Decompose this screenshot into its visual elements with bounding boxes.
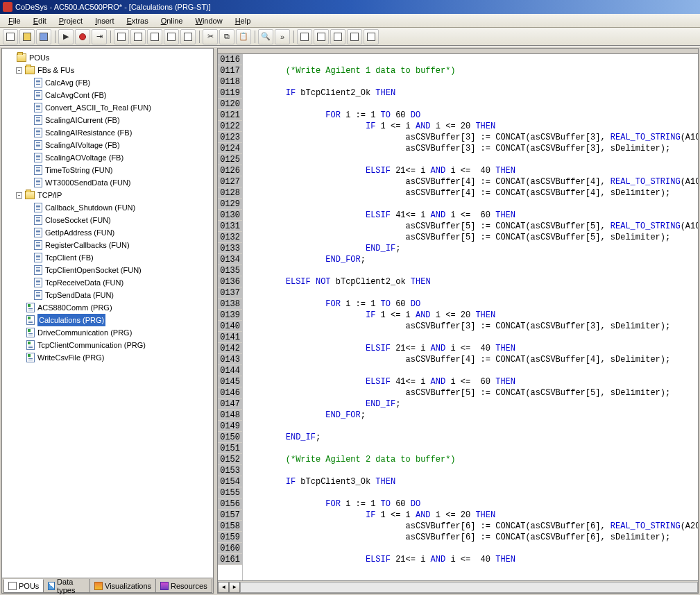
tree-item-scalingairesistance[interactable]: ScalingAIResistance (FB) bbox=[3, 126, 212, 139]
code-line[interactable]: FOR i := 1 TO 60 DO bbox=[246, 299, 695, 310]
tree-item-tcpclientopensocket[interactable]: TcpClientOpenSocket (FUN) bbox=[3, 264, 212, 276]
code-line[interactable] bbox=[246, 154, 695, 165]
code-line[interactable] bbox=[246, 287, 695, 299]
code-line[interactable] bbox=[246, 76, 695, 87]
toolbar-run-button[interactable]: ▶ bbox=[58, 29, 74, 44]
code-line[interactable]: END_FOR; bbox=[246, 410, 695, 421]
code-line[interactable]: IF 1 <= i AND i <= 20 THEN bbox=[246, 310, 695, 321]
code-line[interactable] bbox=[246, 199, 695, 210]
code-line[interactable]: ELSIF 41<= i AND i <= 60 THEN bbox=[246, 210, 695, 221]
code-line[interactable]: ELSIF NOT bTcpClient2_ok THEN bbox=[246, 276, 695, 287]
code-line[interactable]: asCSVBuffer[6] := CONCAT(asCSVBuffer[6],… bbox=[246, 521, 695, 532]
tree-item-tcpsenddata[interactable]: TcpSendData (FUN) bbox=[3, 289, 212, 301]
code-line[interactable]: END_IF; bbox=[246, 243, 695, 254]
menu-window[interactable]: Window bbox=[190, 15, 228, 26]
code-line[interactable]: (*Write Agilent 1 data to buffer*) bbox=[246, 65, 695, 76]
code-line[interactable]: FOR i := 1 TO 60 DO bbox=[246, 110, 695, 121]
toolbar-new-button[interactable] bbox=[3, 29, 18, 44]
code-line[interactable] bbox=[246, 543, 695, 554]
tree-item-timetostring[interactable]: TimeToString (FUN) bbox=[3, 164, 212, 176]
tree-root[interactable]: POUs bbox=[3, 51, 212, 64]
toolbar-btn-2[interactable] bbox=[130, 29, 146, 44]
toolbar-step-button[interactable]: ⇥ bbox=[92, 29, 107, 44]
toolbar-btn-3[interactable] bbox=[147, 29, 162, 44]
code-line[interactable]: IF bTcpClient2_Ok THEN bbox=[246, 87, 695, 99]
code-line[interactable] bbox=[246, 54, 695, 65]
menu-edit[interactable]: Edit bbox=[28, 15, 52, 26]
menu-help[interactable]: Help bbox=[230, 15, 257, 26]
code-line[interactable]: asCSVBuffer[3] := CONCAT(asCSVBuffer[3],… bbox=[246, 143, 695, 154]
code-line[interactable] bbox=[246, 99, 695, 110]
code-line[interactable] bbox=[246, 465, 695, 476]
tree-item-closesocket[interactable]: CloseSocket (FUN) bbox=[3, 214, 212, 226]
tree-item-tcpreceivedata[interactable]: TcpReceiveData (FUN) bbox=[3, 276, 212, 289]
editor-divider[interactable] bbox=[218, 49, 698, 54]
code-line[interactable] bbox=[246, 365, 695, 376]
horizontal-scrollbar[interactable]: ◄ ► bbox=[218, 580, 698, 593]
tree-item-acs880comm[interactable]: ACS880Comm (PRG) bbox=[3, 301, 212, 314]
tree-item-scalingaovoltage[interactable]: ScalingAOVoltage (FB) bbox=[3, 151, 212, 164]
menu-project[interactable]: Project bbox=[53, 15, 88, 26]
code-line[interactable]: FOR i := 1 TO 60 DO bbox=[246, 498, 695, 510]
menu-online[interactable]: Online bbox=[155, 15, 189, 26]
toolbar-copy-button[interactable]: ⧉ bbox=[219, 29, 234, 44]
toolbar-btn-c[interactable] bbox=[330, 29, 345, 44]
tree-item-callback_shutdown[interactable]: Callback_Shutdown (FUN) bbox=[3, 201, 212, 214]
tab-pous[interactable]: POUs bbox=[3, 579, 44, 593]
project-tree[interactable]: POUs-FBs & FUsCalcAvg (FB)CalcAvgCont (F… bbox=[2, 49, 213, 578]
code-line[interactable] bbox=[246, 443, 695, 454]
tab-resources[interactable]: Resources bbox=[155, 579, 212, 593]
code-line[interactable]: ELSIF 21<= i AND i <= 40 THEN bbox=[246, 343, 695, 354]
scroll-right-button[interactable]: ► bbox=[229, 582, 240, 593]
toolbar-cut-button[interactable]: ✂ bbox=[203, 29, 218, 44]
tree-item-tcpclient[interactable]: TcpClient (FB) bbox=[3, 251, 212, 264]
toolbar-btn-5[interactable] bbox=[180, 29, 196, 44]
code-line[interactable]: asCSVBuffer[6] := CONCAT(asCSVBuffer[6],… bbox=[246, 532, 695, 543]
code-line[interactable]: ELSIF 21<= i AND i <= 40 THEN bbox=[246, 554, 695, 565]
toolbar-stop-button[interactable] bbox=[75, 29, 90, 44]
menu-file[interactable]: File bbox=[3, 15, 26, 26]
tree-folder-fbs-fus[interactable]: -FBs & FUs bbox=[3, 64, 212, 76]
code-line[interactable] bbox=[246, 487, 695, 498]
menu-insert[interactable]: Insert bbox=[89, 15, 120, 26]
code-line[interactable]: asCSVBuffer[4] := CONCAT(asCSVBuffer[4],… bbox=[246, 187, 695, 199]
toolbar-btn-4[interactable] bbox=[164, 29, 179, 44]
code-line[interactable]: END_IF; bbox=[246, 432, 695, 443]
tree-item-calcavg[interactable]: CalcAvg (FB) bbox=[3, 76, 212, 89]
tree-item-calcavgcont[interactable]: CalcAvgCont (FB) bbox=[3, 89, 212, 101]
code-line[interactable]: asCSVBuffer[4] := CONCAT(asCSVBuffer[4],… bbox=[246, 176, 695, 187]
code-line[interactable] bbox=[246, 265, 695, 276]
tree-toggle[interactable]: - bbox=[16, 192, 22, 199]
code-line[interactable]: asCSVBuffer[5] := CONCAT(asCSVBuffer[5],… bbox=[246, 387, 695, 399]
scroll-track[interactable] bbox=[240, 582, 698, 593]
code-line[interactable]: asCSVBuffer[5] := CONCAT(asCSVBuffer[5],… bbox=[246, 232, 695, 243]
tab-data-types[interactable]: Data types bbox=[43, 579, 90, 593]
tree-item-tcpclientcommunication[interactable]: TcpClientCommunication (PRG) bbox=[3, 339, 212, 351]
toolbar-btn-d[interactable] bbox=[347, 29, 362, 44]
tree-folder-tcp-ip[interactable]: -TCP/IP bbox=[3, 189, 212, 201]
code-line[interactable]: IF bTcpClient3_Ok THEN bbox=[246, 476, 695, 487]
tree-item-scalingaivoltage[interactable]: ScalingAIVoltage (FB) bbox=[3, 139, 212, 151]
tab-visualizations[interactable]: Visualizations bbox=[89, 579, 156, 593]
toolbar-save-button[interactable] bbox=[36, 29, 51, 44]
tree-item-registercallbacks[interactable]: RegisterCallbacks (FUN) bbox=[3, 239, 212, 251]
code-line[interactable]: END_FOR; bbox=[246, 254, 695, 265]
toolbar-btn-1[interactable] bbox=[114, 29, 129, 44]
toolbar-findnext-button[interactable]: » bbox=[275, 29, 290, 44]
toolbar-paste-button[interactable]: 📋 bbox=[236, 29, 251, 44]
code-line[interactable]: asCSVBuffer[3] := CONCAT(asCSVBuffer[3],… bbox=[246, 132, 695, 143]
toolbar-open-button[interactable] bbox=[19, 29, 35, 44]
code-line[interactable]: IF 1 <= i AND i <= 20 THEN bbox=[246, 510, 695, 521]
code-line[interactable]: ELSIF 21<= i AND i <= 40 THEN bbox=[246, 165, 695, 176]
scroll-left-button[interactable]: ◄ bbox=[218, 582, 229, 593]
code-line[interactable]: ELSIF 41<= i AND i <= 60 THEN bbox=[246, 376, 695, 387]
tree-item-convert_ascii_to_real[interactable]: Convert_ASCII_To_Real (FUN) bbox=[3, 101, 212, 114]
code-line[interactable]: (*Write Agilent 2 data to buffer*) bbox=[246, 454, 695, 465]
tree-item-calculations[interactable]: Calculations (PRG) bbox=[3, 314, 212, 326]
toolbar-btn-b[interactable] bbox=[314, 29, 329, 44]
toolbar-btn-e[interactable] bbox=[364, 29, 379, 44]
code-line[interactable] bbox=[246, 332, 695, 343]
code-line[interactable]: asCSVBuffer[5] := CONCAT(asCSVBuffer[5],… bbox=[246, 221, 695, 232]
tree-item-writecsvfile[interactable]: WriteCsvFile (PRG) bbox=[3, 351, 212, 364]
code-line[interactable]: asCSVBuffer[3] := CONCAT(asCSVBuffer[3],… bbox=[246, 321, 695, 332]
